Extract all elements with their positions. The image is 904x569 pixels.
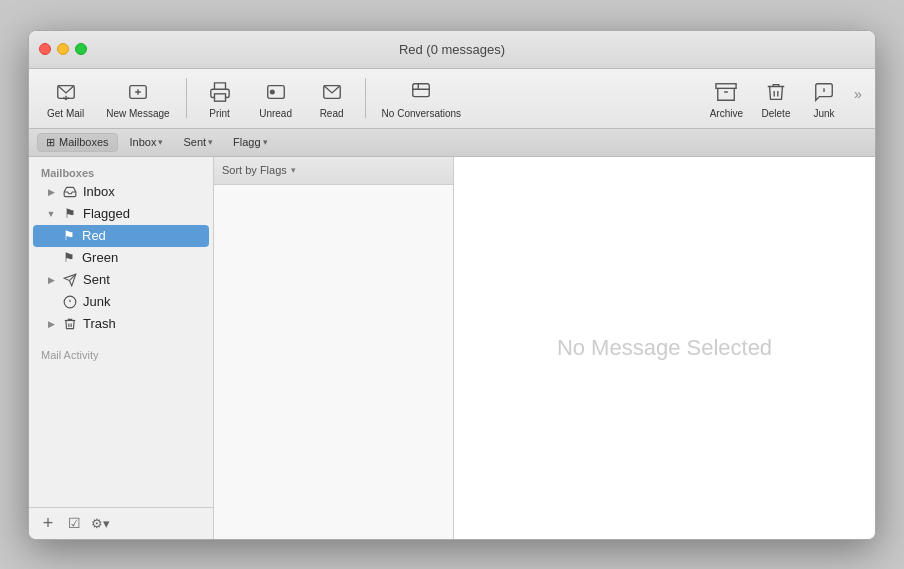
inbox-label: Inbox: [83, 184, 115, 199]
message-list-content[interactable]: [214, 185, 453, 539]
flagg-tab[interactable]: Flagg ▾: [225, 134, 276, 150]
svg-rect-9: [413, 83, 430, 96]
toolbar-expander[interactable]: »: [849, 74, 867, 114]
archive-icon: [712, 78, 740, 106]
message-list-header: Sort by Flags ▾: [214, 157, 453, 185]
unread-label: Unread: [259, 108, 292, 119]
secondary-toolbar: ⊞ Mailboxes Inbox ▾ Sent ▾ Flagg ▾: [29, 129, 875, 157]
print-button[interactable]: Print: [193, 74, 247, 123]
no-conversations-button[interactable]: No Conversations: [372, 74, 471, 123]
flagged-disclosure-icon[interactable]: ▼: [45, 208, 57, 220]
sidebar-item-trash[interactable]: ▶ Trash: [33, 313, 209, 335]
no-conversations-label: No Conversations: [382, 108, 461, 119]
checkbox-icon: ☑: [68, 515, 81, 531]
inbox-tab-label: Inbox: [130, 136, 157, 148]
toolbar-separator-1: [186, 78, 187, 118]
sidebar-item-junk[interactable]: ▶ Junk: [33, 291, 209, 313]
new-message-icon: [124, 78, 152, 106]
junk-label: Junk: [813, 108, 834, 119]
sidebar-item-sent[interactable]: ▶ Sent: [33, 269, 209, 291]
unread-button[interactable]: Unread: [249, 74, 303, 123]
junk-sidebar-icon: [62, 294, 78, 310]
sidebar-item-green[interactable]: ⚑ Green: [33, 247, 209, 269]
message-preview: No Message Selected: [454, 157, 875, 539]
new-message-button[interactable]: New Message: [96, 74, 179, 123]
mailboxes-section-header: Mailboxes: [29, 163, 213, 181]
add-mailbox-button[interactable]: +: [37, 512, 59, 534]
sidebar-footer: + ☑ ⚙▾: [29, 507, 213, 539]
junk-label: Junk: [83, 294, 110, 309]
unread-icon: [262, 78, 290, 106]
red-flag-icon: ⚑: [61, 228, 77, 244]
sidebar-item-red[interactable]: ⚑ Red: [33, 225, 209, 247]
mail-activity-label: Mail Activity: [41, 349, 98, 361]
flagged-label: Flagged: [83, 206, 130, 221]
toolbar: Get Mail New Message: [29, 69, 875, 129]
archive-label: Archive: [710, 108, 743, 119]
inbox-icon: [62, 184, 78, 200]
settings-button[interactable]: ⚙▾: [89, 512, 111, 534]
titlebar: Red (0 messages): [29, 31, 875, 69]
delete-icon: [762, 78, 790, 106]
flagg-chevron-icon: ▾: [263, 137, 268, 147]
get-mail-label: Get Mail: [47, 108, 84, 119]
read-label: Read: [320, 108, 344, 119]
trash-disclosure-icon[interactable]: ▶: [45, 318, 57, 330]
sidebar-item-flagged[interactable]: ▼ ⚑ Flagged: [33, 203, 209, 225]
sidebar: Mailboxes ▶ Inbox ▼ ⚑ Fla: [29, 157, 214, 539]
get-mail-button[interactable]: Get Mail: [37, 74, 94, 123]
junk-icon: [810, 78, 838, 106]
green-label: Green: [82, 250, 118, 265]
mailboxes-button[interactable]: ⊞ Mailboxes: [37, 133, 118, 152]
get-mail-icon: [52, 78, 80, 106]
main-content: Mailboxes ▶ Inbox ▼ ⚑ Fla: [29, 157, 875, 539]
sort-chevron-icon: ▾: [291, 165, 296, 175]
sent-tab[interactable]: Sent ▾: [175, 134, 221, 150]
sent-chevron-icon: ▾: [208, 137, 213, 147]
inbox-chevron-icon: ▾: [158, 137, 163, 147]
red-label: Red: [82, 228, 106, 243]
traffic-lights: [39, 43, 87, 55]
flagg-tab-label: Flagg: [233, 136, 261, 148]
archive-button[interactable]: Archive: [702, 74, 751, 123]
no-message-text: No Message Selected: [557, 335, 772, 361]
inbox-disclosure-icon[interactable]: ▶: [45, 186, 57, 198]
delete-button[interactable]: Delete: [753, 74, 799, 123]
sort-label: Sort by Flags: [222, 164, 287, 176]
mailboxes-label: Mailboxes: [59, 136, 109, 148]
new-message-label: New Message: [106, 108, 169, 119]
mailbox-grid-icon: ⊞: [46, 136, 55, 149]
junk-button[interactable]: Junk: [801, 74, 847, 123]
read-button[interactable]: Read: [305, 74, 359, 123]
toolbar-separator-2: [365, 78, 366, 118]
no-conversations-icon: [407, 78, 435, 106]
mailbox-list-button[interactable]: ☑: [63, 512, 85, 534]
gear-icon: ⚙▾: [91, 516, 110, 531]
trash-label: Trash: [83, 316, 116, 331]
maximize-button[interactable]: [75, 43, 87, 55]
svg-rect-12: [716, 83, 736, 88]
sent-icon: [62, 272, 78, 288]
message-list: Sort by Flags ▾: [214, 157, 454, 539]
sent-tab-label: Sent: [183, 136, 206, 148]
svg-rect-5: [214, 93, 225, 100]
mail-window: Red (0 messages) Get Mail: [28, 30, 876, 540]
sent-label: Sent: [83, 272, 110, 287]
flagged-icon: ⚑: [62, 206, 78, 222]
toolbar-right: Archive Delete: [702, 74, 867, 123]
print-icon: [206, 78, 234, 106]
print-label: Print: [209, 108, 230, 119]
plus-icon: +: [43, 513, 54, 534]
sidebar-item-inbox[interactable]: ▶ Inbox: [33, 181, 209, 203]
inbox-tab[interactable]: Inbox ▾: [122, 134, 172, 150]
green-flag-icon: ⚑: [61, 250, 77, 266]
close-button[interactable]: [39, 43, 51, 55]
window-title: Red (0 messages): [399, 42, 505, 57]
svg-point-7: [270, 90, 274, 94]
sidebar-scroll: Mailboxes ▶ Inbox ▼ ⚑ Fla: [29, 157, 213, 507]
sent-disclosure-icon[interactable]: ▶: [45, 274, 57, 286]
delete-label: Delete: [762, 108, 791, 119]
minimize-button[interactable]: [57, 43, 69, 55]
read-icon: [318, 78, 346, 106]
trash-sidebar-icon: [62, 316, 78, 332]
